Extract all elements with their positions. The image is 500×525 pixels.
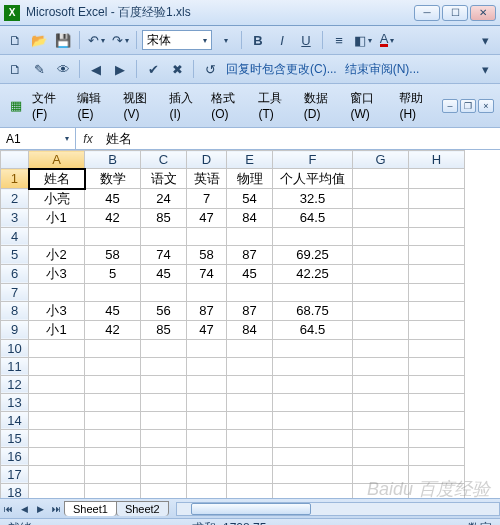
- cell-G12[interactable]: [353, 375, 409, 393]
- cell-B17[interactable]: [85, 465, 141, 483]
- cell-F7[interactable]: [273, 283, 353, 301]
- col-header-F[interactable]: F: [273, 151, 353, 169]
- row-header-16[interactable]: 16: [1, 447, 29, 465]
- cell-H13[interactable]: [409, 393, 465, 411]
- cell-D2[interactable]: 7: [187, 189, 227, 209]
- cell-B16[interactable]: [85, 447, 141, 465]
- row-header-14[interactable]: 14: [1, 411, 29, 429]
- cell-E4[interactable]: [227, 227, 273, 245]
- cell-C18[interactable]: [141, 483, 187, 498]
- cell-E16[interactable]: [227, 447, 273, 465]
- cell-H6[interactable]: [409, 264, 465, 283]
- cell-F1[interactable]: 个人平均值: [273, 169, 353, 189]
- cell-H11[interactable]: [409, 357, 465, 375]
- doc-close-button[interactable]: ×: [478, 99, 494, 113]
- cell-C1[interactable]: 语文: [141, 169, 187, 189]
- open-icon[interactable]: 📂: [28, 29, 50, 51]
- row-header-7[interactable]: 7: [1, 283, 29, 301]
- col-header-B[interactable]: B: [85, 151, 141, 169]
- cell-H9[interactable]: [409, 320, 465, 339]
- cell-F5[interactable]: 69.25: [273, 245, 353, 264]
- cell-H10[interactable]: [409, 339, 465, 357]
- cell-G1[interactable]: [353, 169, 409, 189]
- cell-D6[interactable]: 74: [187, 264, 227, 283]
- menu-window[interactable]: 窗口(W): [346, 88, 393, 123]
- cell-B18[interactable]: [85, 483, 141, 498]
- prev-change-icon[interactable]: ◀: [85, 58, 107, 80]
- cell-D14[interactable]: [187, 411, 227, 429]
- cell-A18[interactable]: [29, 483, 85, 498]
- cell-E17[interactable]: [227, 465, 273, 483]
- row-header-12[interactable]: 12: [1, 375, 29, 393]
- cell-A12[interactable]: [29, 375, 85, 393]
- cell-G4[interactable]: [353, 227, 409, 245]
- end-review-link[interactable]: 结束审阅(N)...: [342, 61, 423, 78]
- cell-F6[interactable]: 42.25: [273, 264, 353, 283]
- cell-H2[interactable]: [409, 189, 465, 209]
- cell-D12[interactable]: [187, 375, 227, 393]
- spreadsheet-grid[interactable]: A B C D E F G H 1姓名数学语文英语物理个人平均值2小亮45247…: [0, 150, 465, 498]
- cell-F16[interactable]: [273, 447, 353, 465]
- row-header-2[interactable]: 2: [1, 189, 29, 209]
- cell-G10[interactable]: [353, 339, 409, 357]
- review-new-icon[interactable]: 🗋: [4, 58, 26, 80]
- cell-F4[interactable]: [273, 227, 353, 245]
- cell-C14[interactable]: [141, 411, 187, 429]
- toolbar-options-icon[interactable]: ▾: [474, 29, 496, 51]
- menu-data[interactable]: 数据(D): [300, 88, 345, 123]
- cell-F3[interactable]: 64.5: [273, 208, 353, 227]
- cell-C4[interactable]: [141, 227, 187, 245]
- cell-D5[interactable]: 58: [187, 245, 227, 264]
- row-header-6[interactable]: 6: [1, 264, 29, 283]
- cell-D18[interactable]: [187, 483, 227, 498]
- cell-C2[interactable]: 24: [141, 189, 187, 209]
- cell-B4[interactable]: [85, 227, 141, 245]
- cell-D13[interactable]: [187, 393, 227, 411]
- cell-A8[interactable]: 小3: [29, 301, 85, 320]
- row-header-3[interactable]: 3: [1, 208, 29, 227]
- cell-H14[interactable]: [409, 411, 465, 429]
- align-left-icon[interactable]: ≡: [328, 29, 350, 51]
- row-header-10[interactable]: 10: [1, 339, 29, 357]
- new-icon[interactable]: 🗋: [4, 29, 26, 51]
- underline-button[interactable]: U: [295, 29, 317, 51]
- minimize-button[interactable]: ─: [414, 5, 440, 21]
- horizontal-scrollbar[interactable]: [176, 502, 500, 516]
- col-header-D[interactable]: D: [187, 151, 227, 169]
- cell-A13[interactable]: [29, 393, 85, 411]
- col-header-A[interactable]: A: [29, 151, 85, 169]
- menu-format[interactable]: 格式(O): [207, 88, 252, 123]
- cell-A4[interactable]: [29, 227, 85, 245]
- cell-G9[interactable]: [353, 320, 409, 339]
- accept-icon[interactable]: ✔: [142, 58, 164, 80]
- undo-icon[interactable]: ↶▾: [85, 29, 107, 51]
- col-header-C[interactable]: C: [141, 151, 187, 169]
- cell-E11[interactable]: [227, 357, 273, 375]
- cell-G13[interactable]: [353, 393, 409, 411]
- maximize-button[interactable]: ☐: [442, 5, 468, 21]
- cell-E13[interactable]: [227, 393, 273, 411]
- cell-G2[interactable]: [353, 189, 409, 209]
- reply-changes-link[interactable]: 回复时包含更改(C)...: [223, 61, 340, 78]
- cell-D10[interactable]: [187, 339, 227, 357]
- row-header-9[interactable]: 9: [1, 320, 29, 339]
- cell-F18[interactable]: [273, 483, 353, 498]
- cell-D4[interactable]: [187, 227, 227, 245]
- cell-B3[interactable]: 42: [85, 208, 141, 227]
- cell-E3[interactable]: 84: [227, 208, 273, 227]
- cell-H5[interactable]: [409, 245, 465, 264]
- row-header-17[interactable]: 17: [1, 465, 29, 483]
- row-header-1[interactable]: 1: [1, 169, 29, 189]
- tab-nav-next[interactable]: ▶: [32, 504, 48, 514]
- cell-H17[interactable]: [409, 465, 465, 483]
- cell-B5[interactable]: 58: [85, 245, 141, 264]
- cell-D17[interactable]: [187, 465, 227, 483]
- cell-C8[interactable]: 56: [141, 301, 187, 320]
- col-header-E[interactable]: E: [227, 151, 273, 169]
- cell-F9[interactable]: 64.5: [273, 320, 353, 339]
- cell-B7[interactable]: [85, 283, 141, 301]
- cell-B14[interactable]: [85, 411, 141, 429]
- fx-label[interactable]: fx: [76, 132, 100, 146]
- col-header-H[interactable]: H: [409, 151, 465, 169]
- cell-E8[interactable]: 87: [227, 301, 273, 320]
